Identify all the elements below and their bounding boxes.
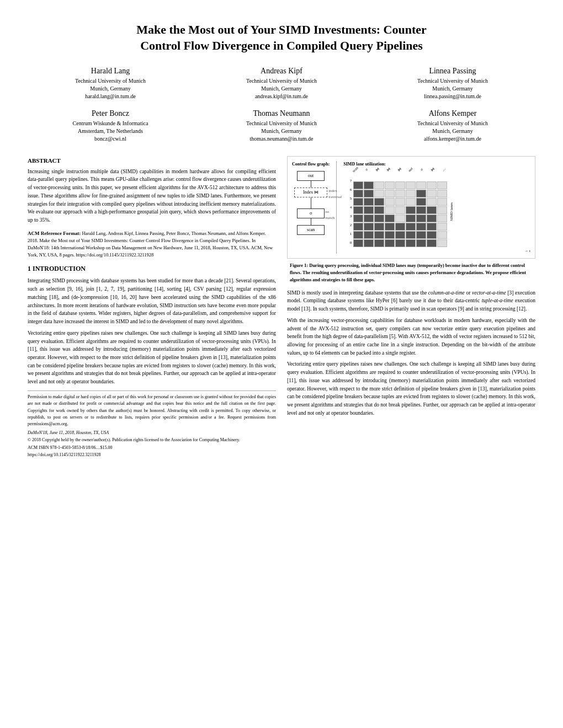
simd-col-8: [427, 176, 437, 247]
author-linnea: Linnea Passing Technical University of M…: [370, 67, 535, 100]
intro-para1: Integrating SIMD processing with databas…: [28, 277, 276, 325]
left-column: ABSTRACT Increasing single instruction m…: [28, 156, 276, 462]
two-column-body: ABSTRACT Increasing single instruction m…: [28, 156, 535, 462]
right-para2: With the increasing vector-processing ca…: [287, 317, 535, 357]
simd-grid: [353, 176, 447, 247]
control-flow-graph: Control flow graph: out Index ⋈ indextra…: [292, 161, 330, 235]
time-axis-label: → t: [353, 248, 530, 254]
author-thomas: Thomas Neumann Technical University of M…: [199, 109, 364, 143]
simd-col-1: [353, 176, 363, 247]
right-para1: SIMD is mostly used in interpreting data…: [287, 289, 535, 313]
flow-node-index: Index ⋈ indextraversal: [294, 188, 327, 197]
simd-utilization-chart: SIMD lane utilization: scan σ ⋈ ⋈ ⋈ out …: [343, 161, 530, 254]
abstract-text: Increasing single instruction multiple d…: [28, 168, 276, 224]
intro-para2: Vectorizing entire query pipelines raise…: [28, 329, 276, 386]
simd-col-7: [416, 176, 426, 247]
author-andreas: Andreas Kipf Technical University of Mun…: [199, 67, 364, 100]
author-harold: Harald Lang Technical University of Muni…: [28, 67, 193, 100]
figure-1: Control flow graph: out Index ⋈ indextra…: [287, 156, 535, 283]
simd-col-3: [374, 176, 384, 247]
figure-caption: Figure 1: During query processing, indiv…: [287, 262, 535, 283]
authors-row2: Peter Boncz Centrum Wiskunde & Informati…: [28, 109, 535, 143]
simd-col-5: [395, 176, 405, 247]
flow-node-sigma: σ nomatch: [297, 208, 325, 218]
right-column: Control flow graph: out Index ⋈ indextra…: [287, 156, 535, 462]
intro-title: 1 INTRODUCTION: [28, 264, 276, 274]
footnote: Permission to make digital or hard copie…: [28, 390, 276, 459]
abstract-title: ABSTRACT: [28, 156, 276, 165]
author-peter: Peter Boncz Centrum Wiskunde & Informati…: [28, 109, 193, 143]
simd-col-2: [364, 176, 374, 247]
acm-ref-block: ACM Reference Format: Harald Lang, Andre…: [28, 230, 276, 259]
right-para3: Vectorizing entire query pipelines raise…: [287, 360, 535, 417]
simd-y-axis-label: SIMD lanes: [449, 202, 455, 221]
flow-node-scan: scan: [297, 225, 325, 235]
simd-col-4: [385, 176, 395, 247]
simd-col-9: [437, 176, 447, 247]
simd-col-6: [406, 176, 416, 247]
authors-row1: Harald Lang Technical University of Muni…: [28, 67, 535, 100]
flow-node-out: out: [297, 171, 325, 181]
paper-title: Make the Most out of Your SIMD Investmen…: [28, 22, 535, 53]
author-alfons: Alfons Kemper Technical University of Mu…: [370, 109, 535, 143]
